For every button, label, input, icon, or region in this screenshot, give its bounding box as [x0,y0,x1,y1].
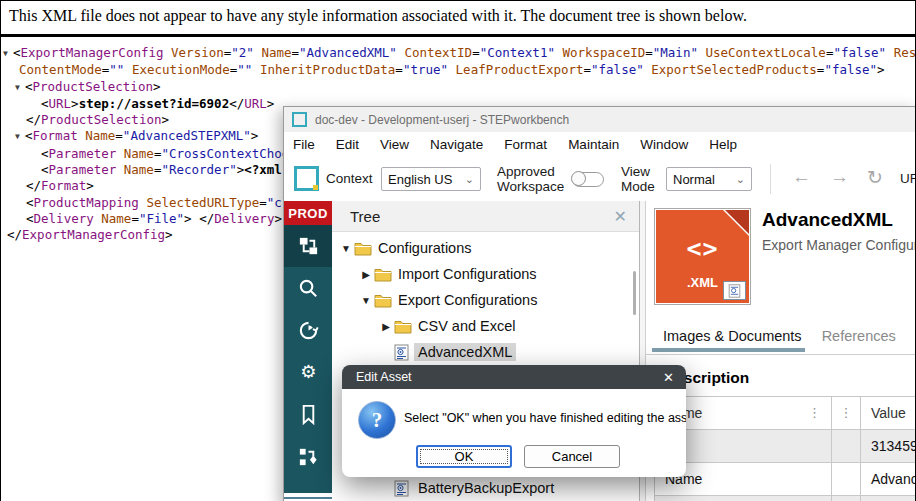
sidebar-item-history[interactable] [284,309,332,351]
menu-help[interactable]: Help [709,137,737,152]
document-badge-icon [723,281,746,300]
cancel-button[interactable]: Cancel [524,445,620,468]
question-icon: ? [358,401,396,439]
table-row-partial [655,496,916,501]
toggle-knob [571,171,586,186]
dialog-titlebar[interactable]: Edit Asset ✕ [342,365,686,389]
dialog-message: Select "OK" when you have finished editi… [404,411,686,425]
forward-icon[interactable]: → [830,166,849,188]
svg-text:⚙: ⚙ [300,362,316,382]
tree-item-export-configurations[interactable]: ▼Export Configurations [332,287,635,313]
folder-icon [374,293,394,308]
context-label: Context [326,171,373,186]
view-mode-select-value: Normal [673,172,715,187]
tree-item-label: Export Configurations [394,291,541,309]
menu-bar: FileEditViewNavigateFormatMaintainWindow… [284,132,916,157]
expander-arrow-icon[interactable]: ▼ [3,46,13,62]
cell-blank [832,496,861,501]
code-brackets-icon: <> [656,234,749,263]
column-header-blank[interactable]: ⋮ [832,397,861,429]
tab-references[interactable]: References [819,328,899,344]
edit-asset-dialog: Edit Asset ✕ ? Select "OK" when you have… [342,365,686,477]
hierarchy-icon [297,235,320,258]
window-titlebar[interactable]: doc-dev - Development-userj - STEPworkbe… [284,107,916,132]
tree-item-import-configurations[interactable]: ▶Import Configurations [332,261,635,287]
tree-item-csv-and-excel[interactable]: ▶CSV and Excel [332,313,635,339]
tab-images-documents[interactable]: Images & Documents [660,328,805,344]
app-logo-icon [294,166,319,191]
table-row[interactable]: NameAdvancedXML [655,463,916,496]
asset-subtitle: Export Manager Configuration [762,237,916,253]
asset-detail-panel: <> .XML AdvancedXML Export Manager Confi… [646,201,916,501]
expander-arrow-icon[interactable]: ▼ [15,80,25,96]
menu-file[interactable]: File [293,137,315,152]
approved-workspace-label: ApprovedWorkspace [497,164,564,194]
cell-blank [832,463,861,495]
column-header-label: Value [871,405,906,421]
tree-expander-icon[interactable]: ▶ [378,321,394,332]
environment-badge: PROD [284,201,332,225]
context-select-value: English US [388,172,452,187]
close-icon[interactable]: ✕ [614,207,627,226]
sidebar-item-hierarchy[interactable] [284,225,332,267]
back-icon[interactable]: ← [792,166,811,188]
cell-blank [832,430,861,462]
chevron-down-icon: ⌄ [465,173,474,186]
tree-item-label: AdvancedXML [414,343,516,361]
table-header-row: Name⋮⋮Value [655,397,916,430]
window-title: doc-dev - Development-userj - STEPworkbe… [315,113,569,127]
cell-blank [861,496,916,501]
folder-icon [354,241,372,256]
left-sidebar: PROD ⚙ [284,201,332,493]
xml-line: ▼<ExportManagerConfig Version="2" Name="… [1,45,915,62]
menu-view[interactable]: View [380,137,409,152]
document-badge [728,284,741,298]
app-icon [292,112,307,127]
tree-item-advancedxml[interactable]: AdvancedXML [332,339,635,365]
context-select[interactable]: English US ⌄ [381,167,481,191]
tree-item-batterybackupexport[interactable]: BatteryBackupExport [332,475,635,501]
table-row[interactable]: ID313459 [655,430,916,463]
sidebar-item-workflow[interactable] [284,435,332,477]
menu-format[interactable]: Format [504,137,547,152]
sidebar-item-settings[interactable]: ⚙ [284,351,332,393]
sidebar-item-search[interactable] [284,267,332,309]
dialog-title: Edit Asset [356,370,412,384]
asset-title: AdvancedXML [762,209,893,231]
tree-panel-header: Tree ✕ [332,201,639,232]
tree-expander-icon[interactable]: ▶ [358,269,374,280]
kebab-menu-icon[interactable]: ⋮ [808,408,821,418]
menu-navigate[interactable]: Navigate [430,137,483,152]
url-label: URL [900,171,916,186]
view-mode-label: ViewMode [621,164,655,194]
folder-icon [374,293,392,308]
toolbar: Context English US ⌄ ApprovedWorkspace V… [284,157,916,202]
tree-scrollbar[interactable] [633,271,636,315]
tree-expander-icon[interactable]: ▼ [358,295,374,306]
xml-style-notice: This XML file does not appear to have an… [1,1,915,37]
toolbar-separator [770,164,771,194]
ok-button[interactable]: OK [416,445,512,468]
description-table: Name⋮⋮ValueID313459NameAdvancedXML [654,396,916,501]
bookmark-icon [297,403,320,426]
refresh-icon[interactable]: ↻ [867,166,883,189]
doc-icon [394,344,414,361]
xml-line: ContentMode="" ExecutionMode="" InheritP… [1,62,915,78]
close-icon[interactable]: ✕ [663,370,674,385]
column-header-value[interactable]: Value [861,397,916,429]
view-mode-select[interactable]: Normal ⌄ [666,167,752,191]
sidebar-item-bookmark[interactable] [284,393,332,435]
kebab-menu-icon[interactable]: ⋮ [840,408,853,418]
menu-window[interactable]: Window [640,137,688,152]
approved-workspace-toggle[interactable] [572,172,604,187]
doc-icon [394,480,414,497]
tree-expander-icon[interactable]: ▼ [338,243,354,254]
detail-tabs: Images & DocumentsReferencesRe [660,328,916,344]
menu-edit[interactable]: Edit [336,137,359,152]
expander-arrow-icon[interactable]: ▼ [15,129,25,145]
menu-maintain[interactable]: Maintain [568,137,619,152]
active-tab-underline [652,348,805,352]
folder-icon [374,267,394,282]
tabs-border [646,354,916,355]
tree-item-configurations[interactable]: ▼Configurations [332,235,635,261]
